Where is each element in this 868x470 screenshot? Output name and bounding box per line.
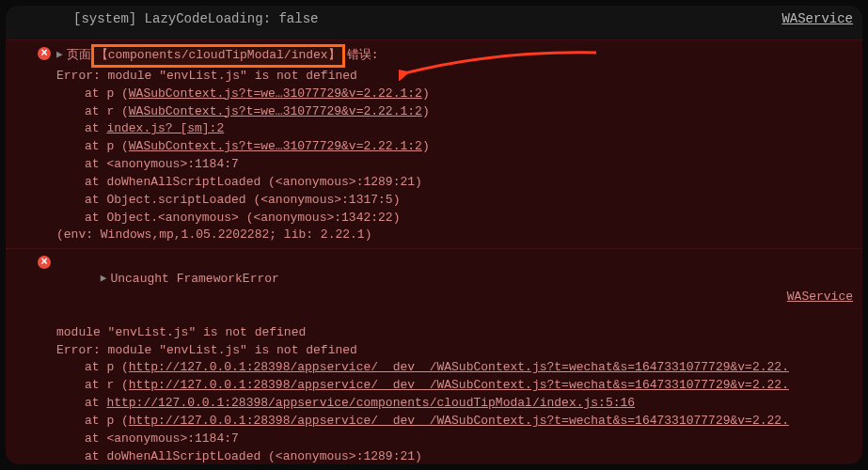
error-entry-2[interactable]: ▶Uncaught FrameworkError WAService modul… (6, 248, 862, 464)
highlighted-path: 【components/cloudTipModal/index】 (91, 44, 345, 68)
stack-frame: at doWhenAllScriptLoaded (<anonymous>:12… (38, 448, 855, 464)
error-title: Uncaught FrameworkError (110, 272, 278, 286)
error-suffix: 错误: (345, 47, 379, 65)
stack-pre: at r ( (85, 104, 129, 118)
stack-pre: at p ( (85, 139, 129, 153)
stack-link[interactable]: WASubContext.js?t=we…31077729&v=2.22.1:2 (129, 104, 422, 118)
stack-pre: at <anonymous>:1184:7 (85, 157, 239, 171)
stack-link[interactable]: http://127.0.0.1:28398/appservice/__dev_… (129, 378, 789, 392)
stack-frame: at p (http://127.0.0.1:28398/appservice/… (38, 413, 855, 431)
error-message: Error: module "envList.js" is not define… (38, 68, 855, 86)
stack-pre: at p ( (85, 86, 129, 101)
stack-frame: at r (http://127.0.0.1:28398/appservice/… (38, 377, 855, 395)
stack-post: ) (422, 104, 430, 118)
stack-frame: at p (WASubContext.js?t=we…31077729&v=2.… (38, 86, 855, 103)
stack-frame: at doWhenAllScriptLoaded (<anonymous>:12… (38, 174, 855, 192)
stack-pre: at Object.scriptLoaded (<anonymous>:1317… (85, 193, 400, 207)
stack-link[interactable]: http://127.0.0.1:28398/appservice/compon… (106, 396, 635, 410)
stack-pre: at <anonymous>:1184:7 (85, 431, 239, 446)
stack-pre: at doWhenAllScriptLoaded (<anonymous>:12… (85, 449, 422, 463)
error-message: Error: module "envList.js" is not define… (38, 342, 855, 360)
module-line: module "envList.js" is not defined (38, 324, 855, 342)
stack-pre: at doWhenAllScriptLoaded (<anonymous>:12… (85, 175, 422, 189)
stack-frame: at r (WASubContext.js?t=we…31077729&v=2.… (38, 103, 855, 121)
expand-toggle[interactable]: ▶ (56, 48, 63, 63)
source-link-top[interactable]: WAService (781, 11, 853, 26)
source-link[interactable]: WAService (787, 289, 853, 306)
stack-link[interactable]: http://127.0.0.1:28398/appservice/__dev_… (129, 414, 789, 428)
stack-pre: at p ( (85, 360, 129, 374)
expand-toggle[interactable]: ▶ (101, 272, 107, 287)
stack-frame: at <anonymous>:1184:7 (38, 156, 855, 174)
error-prefix: 页面 (67, 47, 91, 65)
stack-frame: at http://127.0.0.1:28398/appservice/com… (38, 395, 855, 413)
stack-post: ) (422, 139, 430, 153)
system-message-line: [system] LazyCodeLoading: false WAServic… (6, 6, 862, 39)
error-icon (38, 47, 51, 60)
stack-pre: at Object.<anonymous> (<anonymous>:1342:… (85, 211, 400, 225)
stack-link[interactable]: http://127.0.0.1:28398/appservice/__dev_… (129, 360, 789, 374)
stack-frame: at Object.<anonymous> (<anonymous>:1342:… (38, 210, 855, 227)
stack-frame: at <anonymous>:1184:7 (38, 431, 855, 448)
stack-frame: at Object.scriptLoaded (<anonymous>:1317… (38, 192, 855, 210)
stack-pre: at r ( (85, 378, 129, 392)
stack-post: ) (422, 86, 430, 101)
stack-frame: at p (WASubContext.js?t=we…31077729&v=2.… (38, 138, 855, 156)
stack-link[interactable]: index.js? [sm]:2 (106, 121, 224, 135)
stack-frame: at p (http://127.0.0.1:28398/appservice/… (38, 359, 855, 377)
stack-link[interactable]: WASubContext.js?t=we…31077729&v=2.22.1:2 (129, 139, 422, 153)
error-entry-1[interactable]: ▶ 页面 【components/cloudTipModal/index】 错误… (6, 39, 862, 248)
system-text: [system] LazyCodeLoading: false (73, 11, 318, 26)
stack-pre: at (85, 396, 106, 410)
stack-frame: at index.js? [sm]:2 (38, 120, 855, 138)
env-line: (env: Windows,mp,1.05.2202282; lib: 2.22… (38, 227, 855, 244)
stack-pre: at (85, 121, 106, 135)
stack-link[interactable]: WASubContext.js?t=we…31077729&v=2.22.1:2 (129, 86, 422, 101)
console-panel: [system] LazyCodeLoading: false WAServic… (6, 6, 862, 464)
stack-pre: at p ( (85, 414, 129, 428)
